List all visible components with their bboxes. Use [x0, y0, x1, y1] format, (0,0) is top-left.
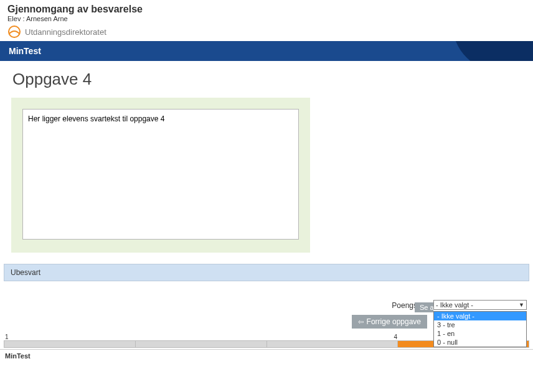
- status-bar: Ubesvart: [4, 264, 529, 281]
- logo-icon: [7, 25, 21, 39]
- test-name: MinTest: [9, 46, 41, 56]
- decorative-swoosh: [452, 41, 533, 61]
- progress-segment[interactable]: [267, 341, 399, 347]
- arrow-left-icon: ⇦: [358, 318, 364, 326]
- score-selected: - Ikke valgt -: [436, 301, 473, 309]
- score-option[interactable]: 1 - en: [434, 329, 526, 338]
- answer-textarea[interactable]: [22, 109, 299, 240]
- org-name: Utdanningsdirektoratet: [25, 27, 106, 37]
- student-info: Elev : Arnesen Arne: [7, 15, 526, 22]
- previous-task-label: Forrige oppgave: [367, 317, 421, 326]
- test-name-bar: MinTest: [0, 41, 533, 61]
- see-all-button[interactable]: Se a: [415, 302, 433, 312]
- page-title: Gjennomgang av besvarelse: [7, 4, 526, 15]
- progress-segment[interactable]: [4, 341, 136, 347]
- student-label: Elev :: [7, 15, 25, 22]
- answer-panel: [11, 98, 310, 253]
- chevron-down-icon: ▼: [519, 302, 524, 308]
- student-name: Arnesen Arne: [26, 15, 68, 22]
- task-title: Oppgave 4: [0, 61, 533, 98]
- score-option[interactable]: 3 - tre: [434, 320, 526, 329]
- progress-current: 4: [394, 334, 397, 340]
- previous-task-button[interactable]: ⇦ Forrige oppgave: [352, 315, 427, 329]
- score-dropdown[interactable]: - Ikke valgt - ▼: [433, 300, 527, 310]
- footer-test-name: MinTest: [0, 349, 533, 362]
- score-option[interactable]: - Ikke valgt -: [434, 312, 526, 320]
- progress-segment[interactable]: [136, 341, 267, 347]
- progress-start: 1: [5, 334, 9, 340]
- score-dropdown-list: - Ikke valgt - 3 - tre 1 - en 0 - null: [433, 311, 527, 347]
- score-option[interactable]: 0 - null: [434, 338, 526, 347]
